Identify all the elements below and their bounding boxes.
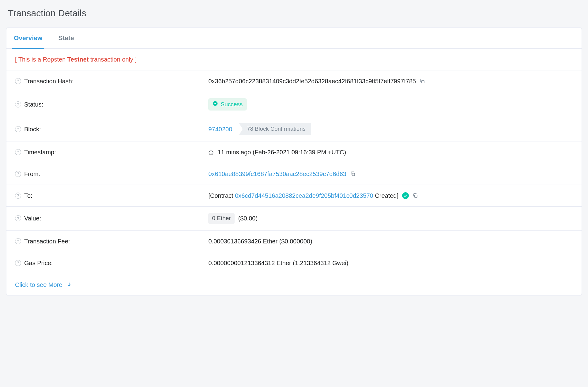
copy-icon[interactable]: [350, 171, 356, 177]
help-icon[interactable]: ?: [15, 260, 21, 266]
value-gas-price: 0.000000001213364312 Ether (1.213364312 …: [208, 258, 348, 268]
svg-rect-3: [352, 173, 355, 176]
help-icon[interactable]: ?: [15, 126, 21, 132]
row-timestamp: ? Timestamp: 11 mins ago (Feb-26-2021 09…: [6, 141, 582, 163]
notice-prefix: [ This is a Ropsten: [15, 56, 67, 63]
label-from: From:: [24, 169, 40, 178]
row-to: ? To: [Contract 0x6cd7d44516a20882cea2de…: [6, 185, 582, 207]
row-status: ? Status: Success: [6, 92, 582, 117]
copy-icon[interactable]: [413, 193, 418, 198]
tab-overview[interactable]: Overview: [12, 28, 44, 49]
help-icon[interactable]: ?: [15, 101, 21, 107]
testnet-notice: [ This is a Ropsten Testnet transaction …: [6, 49, 582, 70]
row-tx-fee: ? Transaction Fee: 0.00030136693426 Ethe…: [6, 231, 582, 252]
label-value: Value:: [24, 214, 41, 223]
label-gas-price: Gas Price:: [24, 258, 53, 268]
row-value: ? Value: 0 Ether ($0.00): [6, 207, 582, 231]
row-from: ? From: 0x610ae88399fc1687fa7530aac28ec2…: [6, 163, 582, 185]
see-more-text: Click to see More: [15, 280, 62, 289]
help-icon[interactable]: ?: [15, 193, 21, 199]
label-timestamp: Timestamp:: [24, 148, 56, 157]
notice-bold: Testnet: [67, 56, 89, 63]
transaction-card: Overview State [ This is a Ropsten Testn…: [6, 27, 582, 296]
value-usd: ($0.00): [238, 214, 258, 223]
label-to: To:: [24, 191, 32, 200]
value-tx-fee: 0.00030136693426 Ether ($0.000000): [208, 237, 312, 246]
label-tx-fee: Transaction Fee:: [24, 237, 70, 246]
to-address-link[interactable]: 0x6cd7d44516a20882cea2de9f205bf401c0d235…: [235, 192, 373, 199]
to-suffix: Created]: [373, 192, 398, 199]
arrow-down-icon: [67, 280, 72, 289]
help-icon[interactable]: ?: [15, 149, 21, 155]
to-prefix: [Contract: [208, 192, 235, 199]
clock-icon: [208, 148, 214, 157]
value-tx-hash: 0x36b257d06c2238831409c3dd2fe52d6328aec4…: [208, 77, 416, 86]
verified-icon: [402, 192, 409, 199]
value-ether-pill: 0 Ether: [208, 213, 234, 224]
svg-rect-4: [415, 195, 417, 197]
svg-rect-0: [422, 80, 424, 83]
label-status: Status:: [24, 100, 43, 109]
help-icon[interactable]: ?: [15, 238, 21, 244]
help-icon[interactable]: ?: [15, 215, 21, 221]
help-icon[interactable]: ?: [15, 78, 21, 84]
status-text: Success: [221, 100, 243, 109]
value-timestamp: 11 mins ago (Feb-26-2021 09:16:39 PM +UT…: [217, 148, 346, 157]
row-gas-price: ? Gas Price: 0.000000001213364312 Ether …: [6, 252, 582, 274]
confirmations-badge: 78 Block Confirmations: [239, 123, 311, 135]
tabs: Overview State: [6, 28, 582, 49]
copy-icon[interactable]: [420, 78, 425, 84]
from-address-link[interactable]: 0x610ae88399fc1687fa7530aac28ec2539c7d6d…: [208, 169, 346, 178]
see-more-link[interactable]: Click to see More: [6, 274, 582, 295]
page-title: Transaction Details: [8, 6, 582, 20]
row-tx-hash: ? Transaction Hash: 0x36b257d06c22388314…: [6, 70, 582, 92]
check-circle-icon: [213, 100, 218, 109]
help-icon[interactable]: ?: [15, 171, 21, 177]
block-number-link[interactable]: 9740200: [208, 125, 232, 134]
tab-state[interactable]: State: [56, 28, 76, 49]
label-block: Block:: [24, 125, 41, 134]
status-badge: Success: [208, 98, 247, 111]
notice-suffix: transaction only ]: [89, 56, 137, 63]
row-block: ? Block: 9740200 78 Block Confirmations: [6, 117, 582, 141]
label-tx-hash: Transaction Hash:: [24, 77, 74, 86]
